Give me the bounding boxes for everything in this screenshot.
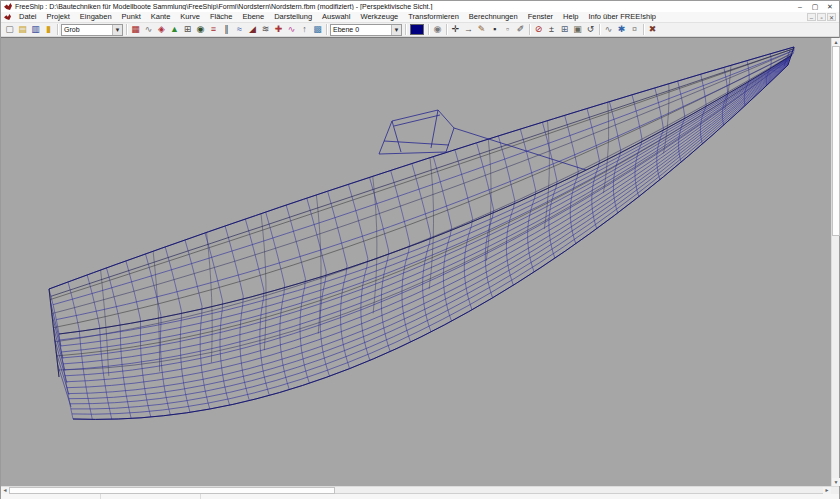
- zebra-shade-icon[interactable]: ≋: [259, 23, 272, 36]
- menu-item-berechnungen[interactable]: Berechnungen: [464, 12, 523, 22]
- buttocks-icon[interactable]: ∥: [220, 23, 233, 36]
- menu-item-help[interactable]: Help: [558, 12, 583, 22]
- lock-points-icon[interactable]: ▪: [488, 23, 501, 36]
- shade-icon[interactable]: ◉: [194, 23, 207, 36]
- precision-select[interactable]: Grob▼: [61, 24, 123, 36]
- markers-icon[interactable]: ✚: [272, 23, 285, 36]
- horizontal-scrollbar[interactable]: ◄ ►: [1, 486, 839, 493]
- maximize-icon[interactable]: ▢: [808, 2, 822, 11]
- menu-item-auswahl[interactable]: Auswahl: [317, 12, 355, 22]
- toolbar-separator: [599, 24, 600, 35]
- mdi-close-icon[interactable]: ✕: [827, 13, 836, 21]
- status-panel-0: [1, 494, 101, 499]
- control-curves-icon[interactable]: ∿: [142, 23, 155, 36]
- layer-color-swatch[interactable]: [410, 24, 424, 35]
- precision-select-value: Grob: [62, 26, 112, 33]
- gauss-curvature-icon[interactable]: ▲: [168, 23, 181, 36]
- interior-edges-icon[interactable]: ◈: [155, 23, 168, 36]
- freeship-window: FreeShip : D:\Bautechniken für Modellboo…: [0, 0, 840, 499]
- menu-item-fenster[interactable]: Fenster: [523, 12, 558, 22]
- viewport-canvas[interactable]: [1, 38, 831, 486]
- menu-item-werkzeuge[interactable]: Werkzeuge: [355, 12, 403, 22]
- scroll-down-icon[interactable]: ▼: [832, 478, 840, 486]
- exit-icon[interactable]: ▮: [42, 23, 55, 36]
- layer-select[interactable]: Ebene 0▼: [330, 24, 402, 36]
- delete-icon[interactable]: ✖: [646, 23, 659, 36]
- menu-item-ebene[interactable]: Ebene: [237, 12, 269, 22]
- menu-item-transformieren[interactable]: Transformieren: [403, 12, 464, 22]
- move-point-icon[interactable]: ✛: [449, 23, 462, 36]
- open-file-icon[interactable]: ▤: [16, 23, 29, 36]
- precision-select-dropdown-icon[interactable]: ▼: [112, 25, 122, 35]
- mirror-icon[interactable]: ▣: [571, 23, 584, 36]
- mdi-minimize-icon[interactable]: –: [807, 13, 816, 21]
- scroll-left-icon[interactable]: ◄: [1, 487, 9, 494]
- keel-wizard-icon[interactable]: ¤: [628, 23, 641, 36]
- vertical-scroll-thumb[interactable]: [832, 46, 840, 236]
- toolbar-separator: [405, 24, 406, 35]
- menu-item-eingaben[interactable]: Eingaben: [75, 12, 117, 22]
- hull-wireframe: [1, 38, 831, 486]
- status-panel-2: [201, 494, 839, 499]
- control-net-icon[interactable]: ▦: [129, 23, 142, 36]
- workspace: ▲ ▼ ◄ ►: [1, 37, 839, 493]
- status-panel-1: [101, 494, 201, 499]
- menu-item-datei[interactable]: Datei: [14, 12, 42, 22]
- save-file-icon[interactable]: ▥: [29, 23, 42, 36]
- layer-select-value: Ebene 0: [331, 26, 391, 33]
- horizontal-scroll-thumb[interactable]: [9, 487, 335, 494]
- main-toolbar: ▢▤▥▮Grob▼▦∿◈▲⊞◉≡∥≈◢≋✚∿↑▩Ebene 0▼◉✛→✎▪▫✐⊘…: [1, 23, 839, 37]
- mdi-restore-icon[interactable]: ▫: [817, 13, 826, 21]
- new-curve-icon[interactable]: ∿: [602, 23, 615, 36]
- flowline-icon[interactable]: ✱: [615, 23, 628, 36]
- horizontal-scroll-track[interactable]: [335, 487, 823, 493]
- insert-plane-icon[interactable]: ✎: [475, 23, 488, 36]
- menu-item-info-ber-free-ship[interactable]: Info über FREE!ship: [584, 12, 662, 22]
- scrollbar-corner: [831, 487, 839, 494]
- remove-icon[interactable]: ⊘: [532, 23, 545, 36]
- toolbar-separator: [446, 24, 447, 35]
- background-image-icon[interactable]: ▩: [311, 23, 324, 36]
- vertical-scroll-track[interactable]: [832, 236, 839, 478]
- toolbar-separator: [643, 24, 644, 35]
- mdi-system-icon[interactable]: [4, 14, 11, 20]
- new-file-icon[interactable]: ▢: [3, 23, 16, 36]
- curvature-plot-icon[interactable]: ∿: [285, 23, 298, 36]
- menu-item-kante[interactable]: Kante: [146, 12, 176, 22]
- toolbar-separator: [428, 24, 429, 35]
- menu-bar: DateiProjektEingabenPunktKanteKurveFläch…: [1, 12, 839, 23]
- menu-item-punkt[interactable]: Punkt: [117, 12, 146, 22]
- toolbar-separator: [57, 24, 58, 35]
- menu-item-fl-che[interactable]: Fläche: [205, 12, 238, 22]
- menu-item-darstellung[interactable]: Darstellung: [269, 12, 317, 22]
- corner-point-icon[interactable]: ✐: [514, 23, 527, 36]
- diagonals-icon[interactable]: ◢: [246, 23, 259, 36]
- rotate-icon[interactable]: ↺: [584, 23, 597, 36]
- minimize-icon[interactable]: –: [793, 2, 807, 11]
- unlock-points-icon[interactable]: ▫: [501, 23, 514, 36]
- toolbar-separator: [529, 24, 530, 35]
- add-point-icon[interactable]: →: [462, 23, 475, 36]
- menu-item-kurve[interactable]: Kurve: [175, 12, 205, 22]
- close-icon[interactable]: ✕: [823, 2, 837, 11]
- collapse-edge-icon[interactable]: ±: [545, 23, 558, 36]
- project-grid-icon[interactable]: ⊞: [558, 23, 571, 36]
- normals-icon[interactable]: ↑: [298, 23, 311, 36]
- layer-properties-icon[interactable]: ◉: [431, 23, 444, 36]
- app-logo-icon: [4, 3, 12, 10]
- scroll-up-icon[interactable]: ▲: [832, 38, 840, 46]
- menu-item-projekt[interactable]: Projekt: [42, 12, 75, 22]
- window-title: FreeShip : D:\Bautechniken für Modellboo…: [15, 3, 793, 10]
- grid-icon[interactable]: ⊞: [181, 23, 194, 36]
- scroll-right-icon[interactable]: ►: [823, 487, 831, 494]
- toolbar-separator: [126, 24, 127, 35]
- waterlines-icon[interactable]: ≈: [233, 23, 246, 36]
- title-bar: FreeShip : D:\Bautechniken für Modellboo…: [1, 1, 839, 12]
- toolbar-separator: [326, 24, 327, 35]
- layer-select-dropdown-icon[interactable]: ▼: [391, 25, 401, 35]
- vertical-scrollbar[interactable]: ▲ ▼: [831, 38, 839, 486]
- stations-icon[interactable]: ≡: [207, 23, 220, 36]
